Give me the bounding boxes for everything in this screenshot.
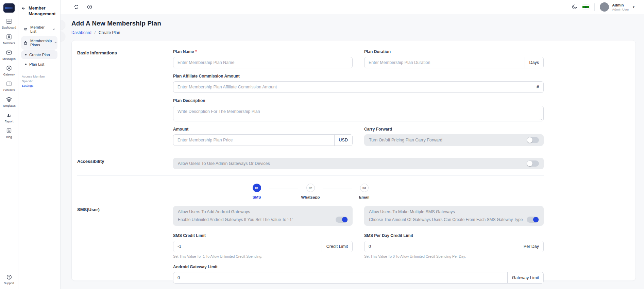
- rail-item-templates[interactable]: Templates: [2, 96, 16, 107]
- contacts-icon: [6, 81, 12, 87]
- sms-credit-limit-input[interactable]: [173, 241, 322, 252]
- chevron-down-icon: [52, 28, 55, 31]
- step-connector: [269, 188, 298, 188]
- app-logo[interactable]: [3, 3, 15, 13]
- channel-stepper: 01 SMS 02 Whatsapp 03 Email: [77, 184, 544, 199]
- rail-item-messages[interactable]: Messages: [2, 49, 16, 61]
- field-label: Plan Duration: [364, 49, 391, 54]
- support-icon: [6, 274, 12, 280]
- toggle-label: Allow Users To Use Admin Gateways Or Dev…: [178, 161, 270, 166]
- breadcrumb-separator: /: [95, 30, 96, 35]
- rail-item-label: Contacts: [3, 88, 15, 92]
- rail-item-label: Blog: [6, 135, 12, 139]
- section-label-basic: Basic Informations: [77, 49, 173, 146]
- page-content: Add A New Membership Plan Dashboard / Cr…: [61, 14, 644, 289]
- settings-link[interactable]: Settings: [21, 84, 57, 87]
- divider: [594, 3, 595, 11]
- rail-item-label: Templates: [2, 104, 16, 107]
- days-suffix: Days: [525, 57, 543, 68]
- topbar: Admin Admin User ▾: [61, 0, 644, 14]
- multiple-sms-gateways-toggle[interactable]: [527, 217, 539, 223]
- step-number: 03: [360, 184, 369, 192]
- blog-icon: [6, 128, 12, 134]
- panel-title: Allow Users To Add Android Gateways: [178, 209, 348, 214]
- icon-rail: Dashboard Members Messages Gateway Conta…: [0, 0, 18, 289]
- rail-item-contacts[interactable]: Contacts: [3, 81, 15, 92]
- resize-handle-icon[interactable]: [539, 117, 542, 120]
- admin-gateways-toggle[interactable]: [527, 160, 539, 167]
- member-list-icon: [23, 27, 28, 32]
- section-label-accessibility: Accessibility: [77, 158, 173, 169]
- sidebar-subitem-label: Create Plan: [29, 53, 50, 57]
- main-area: Admin Admin User ▾ Add A New Membership …: [61, 0, 644, 289]
- rail-item-blog[interactable]: Blog: [6, 128, 12, 139]
- gateway-limit-suffix: Gateway Limit: [507, 272, 543, 283]
- rail-item-label: Members: [3, 41, 15, 45]
- sidebar-title: Member Management: [29, 5, 57, 17]
- admin-gateways-panel: Allow Users To Use Admin Gateways Or Dev…: [173, 158, 544, 169]
- android-gateways-toggle[interactable]: [336, 217, 348, 223]
- breadcrumb-dashboard-link[interactable]: Dashboard: [71, 30, 91, 35]
- carry-forward-toggle[interactable]: [527, 137, 539, 143]
- refresh-icon[interactable]: [73, 4, 79, 10]
- sidebar-item-membership-plans[interactable]: Membership Plans: [21, 36, 57, 50]
- step-number: 01: [253, 184, 261, 192]
- commission-amount-input[interactable]: [173, 82, 532, 92]
- hash-suffix: #: [532, 82, 543, 92]
- field-label: Android Gateway Limit: [173, 265, 218, 269]
- rail-item-support[interactable]: Support: [0, 270, 18, 289]
- user-menu[interactable]: Admin Admin User ▾: [600, 2, 634, 12]
- field-help-text: Set This Value To 0 To Allow Unlimited C…: [364, 254, 544, 258]
- panel-subtitle: Choose The Amount Of Gateways Users Can …: [369, 217, 523, 222]
- bullet-icon: [25, 54, 27, 55]
- field-help-text: Set This Value To -1 To Allow Unlimited …: [173, 254, 353, 258]
- bullet-icon: [25, 64, 27, 65]
- step-email[interactable]: 03 Email: [352, 184, 376, 199]
- amount-input[interactable]: [173, 135, 334, 146]
- rail-item-gateway[interactable]: Gateway: [3, 65, 15, 76]
- step-label: Whatsapp: [301, 195, 320, 199]
- browser-globe-icon[interactable]: [87, 4, 92, 10]
- breadcrumb-current: Create Plan: [99, 30, 120, 35]
- sidebar-item-label: Member List: [30, 25, 50, 33]
- plan-name-input[interactable]: [173, 57, 352, 68]
- sidebar-subitem-create-plan[interactable]: Create Plan: [21, 50, 57, 59]
- step-whatsapp[interactable]: 02 Whatsapp: [298, 184, 323, 199]
- plan-description-textarea[interactable]: [173, 106, 544, 121]
- step-label: SMS: [253, 195, 261, 199]
- sidebar-item-member-list[interactable]: Member List: [21, 22, 57, 36]
- field-label: Carry Forward: [364, 127, 392, 132]
- module-sidebar: Member Management Member List Membership…: [18, 0, 61, 289]
- field-label: Plan Description: [173, 98, 205, 103]
- rail-item-dashboard[interactable]: Dashboard: [2, 18, 16, 29]
- field-label: SMS Credit Limit: [173, 233, 206, 238]
- sidebar-subitem-plan-list[interactable]: Plan List: [21, 60, 57, 69]
- divider: [77, 152, 544, 152]
- gateway-icon: [6, 65, 12, 71]
- rail-item-members[interactable]: Members: [3, 34, 15, 45]
- step-number: 02: [306, 184, 315, 192]
- plan-duration-input[interactable]: [365, 57, 525, 68]
- sidebar-subitem-label: Plan List: [29, 62, 44, 66]
- create-plan-card: Basic Informations Plan Name* Plan Durat…: [71, 40, 636, 281]
- android-gateway-limit-input[interactable]: [173, 272, 507, 283]
- panel-subtitle: Enable Unlimited Android Gateways If You…: [178, 217, 292, 222]
- messages-icon: [6, 49, 12, 56]
- rail-item-label: Messages: [2, 57, 16, 61]
- report-icon: [6, 112, 12, 118]
- india-flag-icon[interactable]: [582, 5, 589, 9]
- templates-icon: [6, 96, 12, 103]
- rail-item-report[interactable]: Report: [5, 112, 14, 123]
- dark-mode-moon-icon[interactable]: [572, 4, 577, 10]
- sms-per-day-limit-input[interactable]: [365, 241, 519, 252]
- multiple-sms-gateways-panel: Allow Users To Make Multiple SMS Gateway…: [364, 206, 544, 226]
- usd-suffix: USD: [334, 135, 352, 146]
- breadcrumb: Dashboard / Create Plan: [71, 30, 636, 35]
- user-name: Admin: [612, 3, 629, 7]
- field-label: Amount: [173, 127, 188, 132]
- field-label: Plan Name: [173, 49, 194, 54]
- required-asterisk: *: [195, 49, 197, 54]
- back-arrow-icon[interactable]: [21, 6, 26, 11]
- step-sms[interactable]: 01 SMS: [244, 184, 269, 199]
- rail-item-label: Report: [5, 120, 14, 123]
